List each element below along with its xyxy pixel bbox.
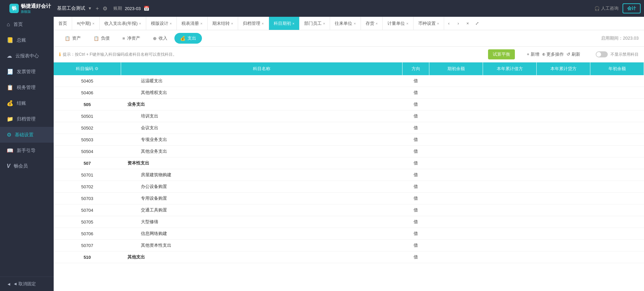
table-row[interactable]: 50405 运温暖支出 借 [54, 75, 644, 87]
tab-expand-button[interactable]: ⤢ [472, 17, 482, 30]
tab-archive[interactable]: 归档管理 × [238, 17, 269, 30]
add-button[interactable]: + 新增 [527, 51, 539, 57]
company-name[interactable]: 基层工会测试 [57, 5, 85, 11]
settings-icon: ⚙ [7, 132, 11, 138]
tab-template[interactable]: 模版设计 × [146, 17, 177, 30]
cell-direction: 借 [402, 204, 429, 216]
tab-close-icon[interactable]: × [376, 21, 378, 26]
table-row[interactable]: 50504 其他业务支出 借 [54, 146, 644, 157]
cell-year-credit [537, 169, 590, 181]
sub-tab-net-asset[interactable]: ≡ 净资产 [117, 33, 146, 44]
collapse-label: ◄ 取消固定 [13, 281, 36, 287]
tab-contacts[interactable]: 往来单位 × [330, 17, 361, 30]
more-ops-button[interactable]: ⊕ 更多操作 [542, 51, 564, 57]
net-asset-icon: ≡ [122, 36, 125, 41]
subjects-table: 科目编码 ⚙ 科目名称 方向 期初余额 本年累计借方 本年累计贷方 年初余额 [54, 62, 644, 263]
table-row[interactable]: 50706 信息网络购建 借 [54, 228, 644, 240]
table-row[interactable]: 50701 房屋建筑物购建 借 [54, 169, 644, 181]
tab-close-icon[interactable]: × [354, 21, 356, 26]
sub-tab-asset[interactable]: 📋 资产 [59, 33, 87, 44]
sidebar-item-checkout[interactable]: 💰 结账 [0, 95, 54, 111]
ledger-icon: 📒 [7, 37, 13, 43]
service-button[interactable]: 🎧 人工咨询 [594, 5, 619, 11]
tab-tax[interactable]: 税表清册 × [177, 17, 207, 30]
tab-close-icon[interactable]: × [292, 21, 294, 26]
member-icon: V [7, 163, 10, 169]
sub-tab-expense[interactable]: 💰 支出 [174, 33, 202, 44]
table-row[interactable]: 50503 专项业务支出 借 [54, 134, 644, 146]
sidebar-item-basic[interactable]: ⚙ 基础设置 [0, 127, 54, 143]
table-row[interactable]: 50703 专用设备购置 借 [54, 193, 644, 204]
report-icon: ☁ [7, 53, 12, 59]
table-row[interactable]: 507 资本性支出 借 [54, 157, 644, 169]
company-dropdown-icon[interactable]: ▼ [88, 6, 92, 11]
cell-year-debit [483, 169, 537, 181]
sidebar-item-guide[interactable]: 📖 新手引导 [0, 143, 54, 158]
cell-name: 培训支出 [121, 110, 402, 122]
tab-subject-period[interactable]: 科目期初 × [269, 17, 300, 30]
sub-tab-income[interactable]: ⊕ 收入 [147, 33, 173, 44]
tab-period-end[interactable]: 期末结转 × [208, 17, 238, 30]
account-button[interactable]: 会计 [623, 3, 641, 13]
sidebar-item-archive[interactable]: 📁 归档管理 [0, 111, 54, 127]
tab-close-icon[interactable]: × [231, 21, 233, 26]
cell-code: 50702 [54, 181, 121, 193]
sidebar-item-label: 发票管理 [17, 69, 36, 75]
table-row[interactable]: 50502 会议支出 借 [54, 122, 644, 134]
expense-icon: 💰 [180, 36, 185, 41]
cell-year-balance [590, 216, 644, 228]
cell-year-debit [483, 110, 537, 122]
sub-tab-liability[interactable]: 📋 负债 [88, 33, 115, 44]
tab-close-all-button[interactable]: × [463, 17, 472, 30]
sidebar-item-tax[interactable]: 📋 税务管理 [0, 80, 54, 95]
tab-close-icon[interactable]: × [262, 21, 264, 26]
sidebar-collapse-button[interactable]: ◄ ◄ 取消固定 [0, 277, 54, 291]
sidebar-item-invoice[interactable]: 🧾 发票管理 [0, 64, 54, 80]
sidebar-item-label: 首页 [13, 21, 23, 28]
tab-close-icon[interactable]: × [170, 21, 172, 26]
tab-income[interactable]: 收入支出表(年报) × [100, 17, 146, 30]
tab-nav-prev[interactable]: ‹ [444, 17, 453, 30]
tab-inventory[interactable]: 存货 × [361, 17, 383, 30]
table-row[interactable]: 50707 其他资本性支出 借 [54, 240, 644, 251]
cell-year-credit [537, 122, 590, 134]
tab-close-icon[interactable]: × [406, 21, 408, 26]
tab-currency[interactable]: 币种设置 × [414, 17, 444, 30]
cell-year-debit [483, 75, 537, 87]
cell-year-credit [537, 99, 590, 110]
liability-icon: 📋 [94, 36, 99, 41]
refresh-button[interactable]: ↺ 刷新 [567, 51, 580, 57]
tab-close-icon[interactable]: × [92, 21, 94, 26]
tab-nav-next[interactable]: › [453, 17, 463, 30]
cell-year-balance [590, 251, 644, 263]
table-row[interactable]: 50406 其他维权支出 借 [54, 87, 644, 99]
tab-interim[interactable]: ≡(中期) × [72, 17, 100, 30]
table-row[interactable]: 50501 培训支出 借 [54, 110, 644, 122]
app-title: 畅捷通好会计 [21, 3, 51, 9]
tab-home[interactable]: 首页 [54, 17, 72, 30]
gear-icon[interactable]: ⚙ [95, 66, 99, 71]
tab-label: 模版设计 [151, 20, 168, 27]
tab-close-icon[interactable]: × [437, 21, 439, 26]
tab-unit[interactable]: 计量单位 × [383, 17, 413, 30]
table-row[interactable]: 50705 大型修缮 借 [54, 216, 644, 228]
table-row[interactable]: 505 业务支出 借 [54, 99, 644, 110]
sidebar-item-home[interactable]: ⌂ 首页 [0, 17, 54, 32]
cell-year-credit [537, 193, 590, 204]
settings-icon[interactable]: ⚙ [103, 5, 107, 12]
table-row[interactable]: 50702 办公设备购置 借 [54, 181, 644, 193]
trial-balance-button[interactable]: 试算平衡 [488, 49, 515, 59]
disable-toggle[interactable] [596, 51, 608, 57]
sidebar-item-member[interactable]: V 畅会员 [0, 158, 54, 174]
calendar-icon[interactable]: 📅 [144, 6, 149, 11]
tab-close-icon[interactable]: × [323, 21, 325, 26]
tab-close-icon[interactable]: × [139, 21, 141, 26]
sidebar-item-ledger[interactable]: 📒 总账 [0, 32, 54, 48]
add-company-button[interactable]: ＋ [95, 5, 100, 12]
tab-dept-employee[interactable]: 部门员工 × [300, 17, 330, 30]
tab-close-icon[interactable]: × [200, 21, 202, 26]
col-year-credit: 本年累计贷方 [537, 62, 590, 75]
sidebar-item-report[interactable]: ☁ 云报表中心 [0, 48, 54, 64]
table-row[interactable]: 50704 交通工具购置 借 [54, 204, 644, 216]
table-row[interactable]: 510 其他支出 借 [54, 251, 644, 263]
